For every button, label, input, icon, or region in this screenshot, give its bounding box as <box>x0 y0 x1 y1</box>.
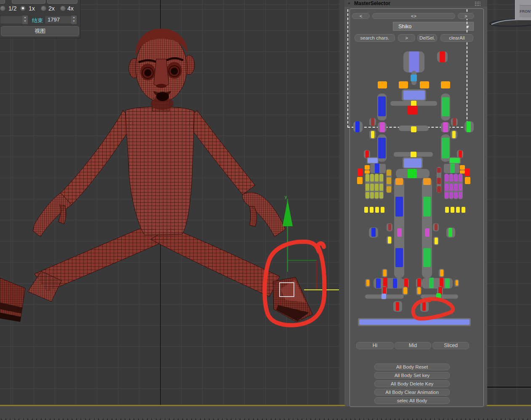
scale-radio-2x[interactable] <box>41 5 46 11</box>
scale-radio-4x[interactable] <box>60 5 66 11</box>
rig-button[interactable] <box>395 197 403 217</box>
rig-button[interactable] <box>388 237 391 243</box>
rig-button[interactable] <box>378 138 386 158</box>
timeline-bar[interactable] <box>0 405 531 420</box>
rig-button[interactable] <box>451 207 454 213</box>
rig-button[interactable] <box>393 278 397 288</box>
action-button-0[interactable]: search chars. <box>355 34 395 42</box>
rig-button[interactable] <box>411 152 416 158</box>
rig-button[interactable] <box>409 51 419 72</box>
rig-button[interactable] <box>423 178 431 185</box>
nav-button-0[interactable]: < <box>352 13 370 19</box>
rig-button[interactable] <box>396 302 399 311</box>
rig-button[interactable] <box>445 278 450 288</box>
character-dropdown[interactable]: Shiko ▼ <box>393 22 474 31</box>
rig-button[interactable] <box>366 280 369 286</box>
rig-button[interactable] <box>456 280 458 286</box>
view-button[interactable]: 视图 <box>1 26 79 36</box>
rig-button[interactable] <box>366 192 369 198</box>
rig-button[interactable] <box>423 248 431 267</box>
rig-button[interactable] <box>454 174 458 182</box>
rig-button[interactable] <box>359 319 470 325</box>
start-frame-spinner[interactable]: ▲▼ <box>22 16 28 24</box>
rig-button[interactable] <box>441 81 450 88</box>
rig-button[interactable] <box>387 186 391 193</box>
rig-button[interactable] <box>448 228 452 237</box>
action-button-1[interactable]: > <box>398 34 415 42</box>
rig-button[interactable] <box>411 75 417 81</box>
rig-button[interactable] <box>399 81 408 88</box>
rig-button[interactable] <box>443 122 448 132</box>
rig-button[interactable] <box>388 224 391 230</box>
rig-button[interactable] <box>460 165 465 170</box>
rig-button[interactable] <box>375 192 379 198</box>
rig-button[interactable] <box>445 207 449 213</box>
rig-button[interactable] <box>450 163 455 173</box>
rig-button[interactable] <box>437 186 441 193</box>
rig-button[interactable] <box>381 207 384 213</box>
rig-button[interactable] <box>436 293 441 299</box>
rig-button[interactable] <box>459 192 462 198</box>
rig-button[interactable] <box>417 287 421 294</box>
cut-button-1[interactable] <box>0 0 5 4</box>
rig-button[interactable] <box>375 184 379 191</box>
rig-button[interactable] <box>371 118 374 126</box>
collapse-arrow-icon[interactable]: ▼ <box>347 2 351 5</box>
end-frame-spinner[interactable]: ▲▼ <box>71 16 77 24</box>
rig-button[interactable] <box>437 178 441 184</box>
rig-button[interactable] <box>375 174 379 182</box>
rig-button[interactable] <box>429 278 434 288</box>
lod-button-hi[interactable]: Hi <box>356 342 394 349</box>
scale-radio-1/2[interactable] <box>0 5 5 11</box>
rig-button[interactable] <box>370 207 374 213</box>
rig-button[interactable] <box>379 174 383 182</box>
rig-button[interactable] <box>355 121 360 132</box>
rig-button[interactable] <box>462 207 465 213</box>
rig-button[interactable] <box>454 184 458 191</box>
rig-button[interactable] <box>379 184 383 191</box>
rig-button[interactable] <box>452 131 456 138</box>
nav-button-2[interactable]: > <box>458 13 474 19</box>
rig-button[interactable] <box>403 91 425 100</box>
rig-button[interactable] <box>435 224 438 230</box>
rig-button[interactable] <box>459 174 462 182</box>
rig-button[interactable] <box>375 207 379 213</box>
rig-button[interactable] <box>456 207 460 213</box>
rig-button[interactable] <box>375 163 379 173</box>
rig-button[interactable] <box>370 174 374 182</box>
rig-button[interactable] <box>358 169 363 176</box>
rig-button[interactable] <box>454 192 458 198</box>
end-frame-input[interactable]: 1797 <box>45 16 72 24</box>
body-button-1[interactable]: All Body Set key <box>374 372 450 379</box>
rig-button[interactable] <box>467 121 471 132</box>
rig-button[interactable] <box>460 170 465 174</box>
scale-radio-1x[interactable] <box>20 5 26 11</box>
rig-button[interactable] <box>387 170 391 176</box>
action-button-3[interactable]: clearAll <box>440 34 473 42</box>
rig-button[interactable] <box>445 192 448 198</box>
rig-button[interactable] <box>370 192 374 198</box>
rig-button[interactable] <box>379 192 383 198</box>
rig-button[interactable] <box>368 158 378 163</box>
rig-button[interactable] <box>422 302 426 311</box>
rig-button[interactable] <box>423 197 431 217</box>
rig-button[interactable] <box>435 238 438 244</box>
rig-button[interactable] <box>366 174 369 182</box>
front-viewport[interactable] <box>487 0 531 405</box>
main-viewport[interactable] <box>0 0 339 405</box>
lod-button-mid[interactable]: Mid <box>395 342 431 349</box>
viewport-divider[interactable] <box>339 0 344 405</box>
rig-button[interactable] <box>411 126 416 132</box>
rig-button[interactable] <box>440 51 445 62</box>
nav-button-1[interactable]: <> <box>372 13 455 19</box>
rig-button[interactable] <box>450 158 460 163</box>
rig-button[interactable] <box>383 270 387 276</box>
rig-button[interactable] <box>453 118 456 126</box>
rig-button[interactable] <box>378 96 386 116</box>
rig-button[interactable] <box>404 158 422 168</box>
rig-button[interactable] <box>357 177 363 184</box>
rig-button[interactable] <box>442 138 449 158</box>
rig-button[interactable] <box>440 270 443 276</box>
viewcube-front-label[interactable]: FRONT <box>520 5 531 17</box>
rig-button[interactable] <box>425 228 430 237</box>
